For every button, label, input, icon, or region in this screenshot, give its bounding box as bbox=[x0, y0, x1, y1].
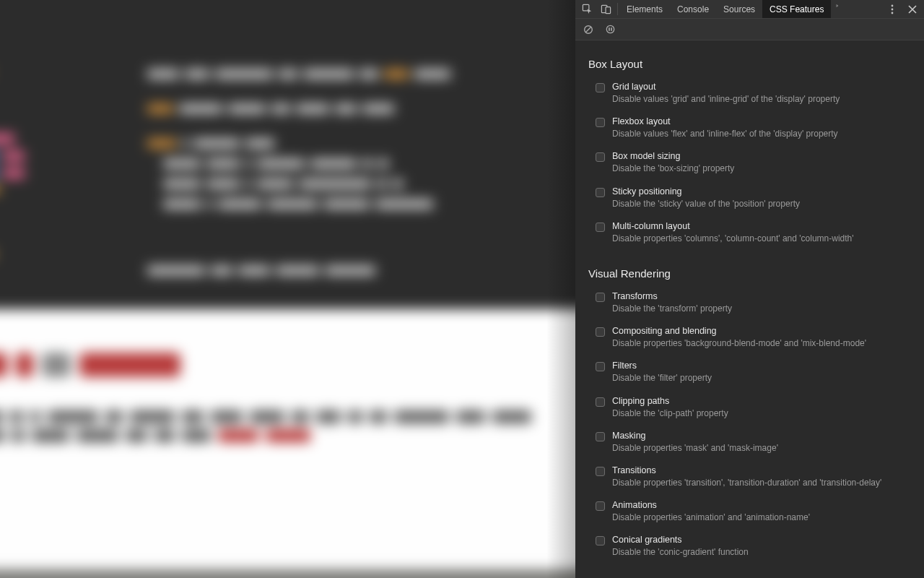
feature-clipping-paths: Clipping paths Disable the 'clip-path' p… bbox=[588, 392, 911, 426]
feature-desc: Disable the 'clip-path' property bbox=[612, 407, 911, 419]
svg-point-7 bbox=[606, 25, 614, 33]
feature-conical-gradients: Conical gradients Disable the 'conic-gra… bbox=[588, 530, 911, 565]
devtools-panel: Elements Console Sources CSS Features bbox=[575, 0, 924, 578]
svg-point-4 bbox=[892, 8, 894, 10]
article-paragraph bbox=[0, 410, 531, 448]
feature-multi-column-layout: Multi-column layout Disable properties '… bbox=[588, 217, 911, 251]
article-title bbox=[0, 353, 180, 377]
feature-compositing-blending-checkbox[interactable] bbox=[596, 327, 605, 337]
feature-label: Clipping paths bbox=[612, 396, 911, 406]
feature-desc: Disable properties 'background-blend-mod… bbox=[612, 337, 911, 349]
feature-desc: Disable the 'box-sizing' property bbox=[612, 163, 911, 174]
feature-box-model-sizing: Box model sizing Disable the 'box-sizing… bbox=[588, 147, 911, 181]
feature-transforms-checkbox[interactable] bbox=[596, 293, 605, 302]
feature-masking: Masking Disable properties 'mask' and 'm… bbox=[588, 426, 911, 461]
feature-masking-checkbox[interactable] bbox=[596, 432, 605, 441]
pause-icon[interactable] bbox=[604, 24, 616, 35]
code-editor-region: ·· · · bbox=[0, 0, 575, 309]
feature-label: Filters bbox=[612, 361, 911, 371]
code-lines bbox=[147, 65, 575, 282]
feature-label: Animations bbox=[612, 500, 911, 510]
feature-desc: Disable values 'flex' and 'inline-flex' … bbox=[612, 128, 911, 139]
device-toolbar-icon[interactable] bbox=[600, 4, 611, 15]
tab-sources[interactable]: Sources bbox=[716, 0, 762, 18]
feature-grid-layout: Grid layout Disable values 'grid' and 'i… bbox=[588, 77, 911, 112]
feature-label: Grid layout bbox=[612, 82, 911, 92]
feature-grid-layout-checkbox[interactable] bbox=[596, 83, 605, 92]
section-title-box-layout: Box Layout bbox=[588, 58, 911, 70]
inspected-page-preview: ·· · · bbox=[0, 0, 575, 578]
close-devtools-icon[interactable] bbox=[907, 4, 918, 15]
feature-desc: Disable properties 'columns', 'column-co… bbox=[612, 233, 911, 244]
feature-multi-column-layout-checkbox[interactable] bbox=[596, 223, 605, 232]
clear-icon[interactable] bbox=[583, 24, 594, 35]
feature-sticky-positioning: Sticky positioning Disable the 'sticky' … bbox=[588, 182, 911, 217]
feature-desc: Disable the 'conic-gradient' function bbox=[612, 546, 911, 558]
feature-conical-gradients-checkbox[interactable] bbox=[596, 536, 605, 545]
feature-desc: Disable properties 'mask' and 'mask-imag… bbox=[612, 442, 911, 454]
tab-console[interactable]: Console bbox=[670, 0, 716, 18]
feature-flexbox-layout-checkbox[interactable] bbox=[596, 118, 605, 127]
code-gutter: ·· · · bbox=[0, 65, 79, 262]
feature-sticky-positioning-checkbox[interactable] bbox=[596, 188, 605, 197]
feature-desc: Disable values 'grid' and 'inline-grid' … bbox=[612, 93, 911, 105]
feature-flexbox-layout: Flexbox layout Disable values 'flex' and… bbox=[588, 112, 911, 147]
section-title-visual-rendering: Visual Rendering bbox=[588, 267, 911, 280]
svg-point-3 bbox=[892, 4, 894, 7]
more-tabs-icon[interactable] bbox=[831, 0, 842, 12]
feature-animations: Animations Disable properties 'animation… bbox=[588, 496, 911, 530]
feature-label: Sticky positioning bbox=[612, 186, 911, 197]
devtools-menu-icon[interactable] bbox=[886, 4, 898, 15]
feature-label: Masking bbox=[612, 431, 911, 441]
feature-label: Transitions bbox=[612, 465, 911, 475]
feature-label: Compositing and blending bbox=[612, 326, 911, 336]
feature-transitions: Transitions Disable properties 'transiti… bbox=[588, 461, 911, 496]
feature-desc: Disable the 'filter' property bbox=[612, 372, 911, 384]
css-features-toolbar bbox=[575, 19, 924, 40]
feature-desc: Disable properties 'animation' and 'anim… bbox=[612, 512, 911, 523]
feature-desc: Disable the 'transform' property bbox=[612, 303, 911, 314]
feature-clipping-paths-checkbox[interactable] bbox=[596, 397, 605, 407]
article-region bbox=[0, 309, 575, 569]
feature-filters-checkbox[interactable] bbox=[596, 362, 605, 371]
feature-box-model-sizing-checkbox[interactable] bbox=[596, 152, 605, 162]
feature-label: Transforms bbox=[612, 291, 911, 301]
feature-desc: Disable properties 'transition', 'transi… bbox=[612, 477, 911, 488]
feature-label: Box model sizing bbox=[612, 151, 911, 161]
feature-label: Conical gradients bbox=[612, 535, 911, 545]
feature-label: Flexbox layout bbox=[612, 116, 911, 126]
feature-animations-checkbox[interactable] bbox=[596, 501, 605, 511]
svg-rect-2 bbox=[606, 7, 611, 14]
feature-label: Multi-column layout bbox=[612, 221, 911, 231]
svg-point-5 bbox=[892, 12, 894, 14]
feature-filters: Filters Disable the 'filter' property bbox=[588, 356, 911, 391]
devtools-tabstrip: Elements Console Sources CSS Features bbox=[575, 0, 924, 19]
feature-desc: Disable the 'sticky' value of the 'posit… bbox=[612, 198, 911, 210]
css-features-body[interactable]: Box Layout Grid layout Disable values 'g… bbox=[575, 40, 924, 578]
inspect-element-icon[interactable] bbox=[581, 4, 593, 15]
tab-elements[interactable]: Elements bbox=[619, 0, 670, 18]
feature-transforms: Transforms Disable the 'transform' prope… bbox=[588, 287, 911, 322]
tab-css-features[interactable]: CSS Features bbox=[762, 0, 831, 18]
feature-transitions-checkbox[interactable] bbox=[596, 467, 605, 476]
page-blur-layer: ·· · · bbox=[0, 0, 575, 578]
feature-compositing-blending: Compositing and blending Disable propert… bbox=[588, 322, 911, 356]
